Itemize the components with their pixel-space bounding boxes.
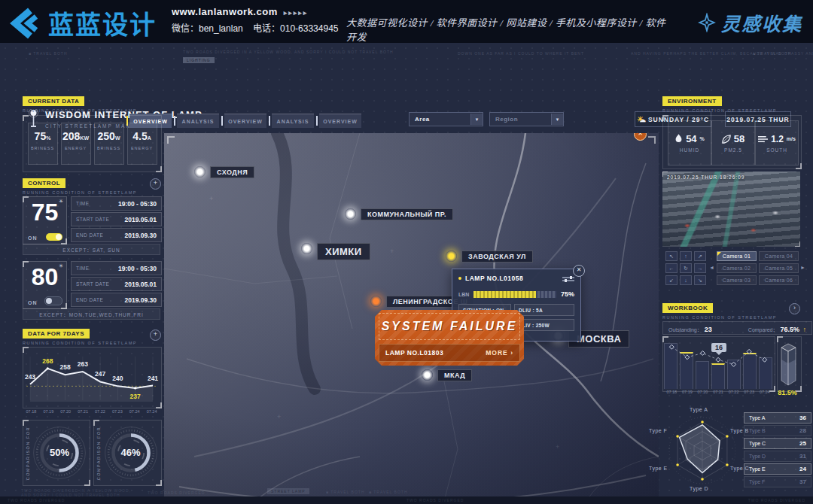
leaf-icon	[722, 135, 731, 144]
arrow-down-button[interactable]: ↓	[680, 275, 692, 285]
power-toggle-off[interactable]	[44, 296, 62, 305]
start-date-field[interactable]: START DATE2019.05.01	[71, 212, 162, 226]
seven-days-x-labels: 07.1807.1907.2007.2107.2207.2307.2407.24	[23, 409, 160, 414]
failure-lamp-id: LAMP NO.L01803	[385, 349, 443, 357]
system-failure-popup: SYSTEM FAILURE LAMP NO.L01803 MORE ›	[375, 310, 524, 366]
type-f-row[interactable]: Type F37	[744, 476, 811, 487]
camera-02-button[interactable]: Camera 02	[717, 263, 757, 273]
current-data-cards: 75% BRINESS 208KW ENERGY 250W BRINESS 4.…	[23, 115, 162, 172]
camera-05-button[interactable]: Camera 05	[759, 263, 799, 273]
svg-text:243: 243	[25, 373, 35, 381]
humidity-card: 54% HUMID	[668, 120, 711, 165]
camera-01-button[interactable]: Camera 01	[717, 251, 757, 261]
brightness-bar[interactable]	[473, 291, 556, 298]
environment-cards: 54% HUMID 58 PM2.5 1.2m/s SOUTH	[662, 115, 802, 169]
tab-analysis-1[interactable]: ANALYSIS	[177, 114, 219, 128]
lanlan-logo[interactable]: 蓝蓝设计	[8, 5, 157, 41]
arrow-right-button[interactable]: →	[694, 263, 706, 273]
svg-text:237: 237	[130, 393, 141, 400]
website-link[interactable]: www.lanlanwork.com	[172, 6, 278, 17]
map-corner-mark	[167, 136, 175, 144]
map-label-mkad[interactable]: МКАД	[422, 369, 472, 381]
map-label-shodnya[interactable]: СХОДНЯ	[194, 166, 254, 178]
workbook-subtitle: RUNNING CONDITION OF STREETLAMP	[662, 315, 777, 320]
svg-text:268: 268	[42, 357, 53, 365]
sliders-icon[interactable]	[562, 275, 574, 283]
start-date-field-2[interactable]: START DATE2019.05.01	[71, 277, 162, 291]
svg-text:241: 241	[148, 375, 158, 382]
arrow-down-right-button[interactable]: ↘	[694, 275, 706, 285]
lamp-current-cell: DLIU : 5A	[514, 304, 574, 316]
inspiration-text: 灵感收集	[721, 9, 802, 36]
arrow-down-left-button[interactable]: ↙	[665, 275, 678, 285]
camera-03-button[interactable]: Camera 03	[717, 275, 757, 285]
stat-card-briness-w: 250W BRINESS	[94, 123, 124, 165]
lamp-pin-icon-yellow	[446, 250, 457, 262]
tab-overview-2[interactable]: OVERVIEW	[224, 114, 266, 128]
dashboard-bg: ■ TRAVEL BOTH TWO ROADS DIVERGED IN A YE…	[0, 43, 813, 504]
arrow-left-button[interactable]: ←	[665, 263, 678, 273]
lamp-pin-icon	[422, 369, 433, 381]
camera-feed-image[interactable]: 2019.07.25 THUR 18:26:09	[662, 172, 800, 247]
stat-card-energy-kw: 208KW ENERGY	[61, 123, 91, 165]
end-date-field[interactable]: END DATE2019.09.30	[71, 228, 162, 242]
arrow-up-left-button[interactable]: ↖	[665, 251, 678, 261]
stat-card-briness: 75% BRINESS	[28, 123, 58, 165]
except-days-bar: EXCEPT：SAT, SUN	[23, 244, 160, 255]
lanlan-logo-icon	[8, 6, 42, 41]
wechat-label: 微信：ben_lanlan	[172, 23, 243, 34]
rotate-button[interactable]: ↻	[680, 263, 692, 273]
failure-title: SYSTEM FAILURE	[382, 320, 518, 333]
close-icon[interactable]: ✕	[573, 265, 585, 277]
tab-overview-3[interactable]: OVERVIEW	[319, 114, 361, 128]
dashboard-screenshot: 蓝蓝设计 www.lanlanwork.com▸▸▸▸▸ 微信：ben_lanl…	[0, 0, 813, 504]
strip-text-mid: TWO ROADS DIVERGED	[406, 498, 464, 502]
type-b-row[interactable]: Type B28	[744, 425, 811, 436]
control-add-button[interactable]: +	[150, 178, 161, 190]
type-e-row[interactable]: Type E24	[744, 463, 811, 475]
type-c-row[interactable]: Type C25	[744, 438, 811, 449]
current-data-subtitle: RUNNING CONDITION OF STREETLAMP	[23, 108, 137, 113]
arrow-up-button[interactable]: ↑	[680, 251, 692, 261]
type-a-row[interactable]: Type A36	[744, 412, 811, 424]
map-label-zavodskaya[interactable]: ЗАВОДСКАЯ УЛ	[446, 250, 533, 263]
workbook-next-button[interactable]: ›	[789, 303, 800, 314]
decor-poem-2: DOWN ONE AS FAR AS I COULD TO WHERE IT B…	[458, 51, 584, 56]
camera-06-button[interactable]: Camera 06	[759, 275, 799, 285]
arrows-decor: ▸▸▸▸▸	[284, 9, 309, 17]
chevron-right-icon: ›	[510, 349, 513, 357]
svg-text:247: 247	[95, 370, 105, 378]
time-field[interactable]: TIME19:00 - 05:30	[71, 196, 162, 211]
seven-days-add-button[interactable]: +	[150, 329, 161, 341]
environment-subtitle: RUNNING CONDITION OF STREETLAMP	[662, 108, 777, 113]
area-select[interactable]: Area ▼	[409, 112, 483, 126]
inspiration-collect[interactable]: 灵感收集	[697, 9, 802, 36]
more-button[interactable]: MORE ›	[486, 349, 513, 357]
camera-pager-right[interactable]: ►	[800, 265, 805, 270]
seven-days-subtitle: RUNNING CONDITION OF STREETLAMP	[23, 341, 137, 345]
except-days-bar-2: EXCEPT：MON,TUE,WED,THUR,FRI	[23, 308, 160, 320]
workbook-cube-frame	[777, 336, 802, 392]
lamp-pin-icon	[345, 208, 356, 220]
camera-04-button[interactable]: Camera 04	[759, 251, 799, 261]
footer-poem-2: TWO ROADS DIVERGED	[148, 490, 205, 495]
end-date-field-2[interactable]: END DATE2019.09.30	[71, 293, 162, 307]
region-select[interactable]: Region ▼	[489, 112, 564, 126]
droplet-icon	[674, 134, 683, 144]
map-label-khimki[interactable]: ХИМКИ	[301, 243, 370, 260]
city-map[interactable]: + + + + СХОДНЯ КОММУНАЛЬНЫЙ ПР. ХИМКИ	[164, 133, 659, 504]
type-d-row[interactable]: Type D31	[744, 451, 811, 462]
power-toggle-on[interactable]	[46, 233, 62, 241]
strip-text-right: TWO ROADS DIVERGED	[748, 498, 805, 502]
phone-label: 电话：010-63334945	[253, 23, 338, 34]
camera-pager-left[interactable]: ◄	[709, 265, 714, 270]
svg-text:258: 258	[59, 363, 70, 371]
time-field-2[interactable]: TIME19:00 - 05:30	[71, 261, 162, 275]
camera-dpad: ↖ ↑ ↗ ← ↻ → ↙ ↓ ↘	[665, 251, 706, 285]
cube-3d-icon	[778, 337, 799, 390]
tab-analysis-2[interactable]: ANALYSIS	[272, 114, 314, 128]
arrow-up-right-button[interactable]: ↗	[694, 251, 706, 261]
workbook-badge: WORKBOOK	[662, 303, 713, 313]
map-label-kommunalny[interactable]: КОММУНАЛЬНЫЙ ПР.	[345, 208, 453, 220]
gauge-value: 46%	[97, 447, 164, 458]
